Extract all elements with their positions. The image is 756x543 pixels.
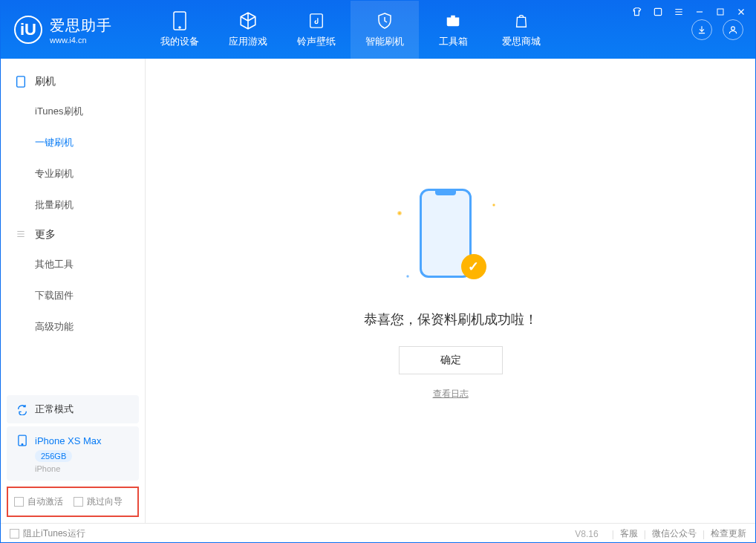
sidebar-section-more: 更多 bbox=[1, 221, 145, 249]
logo-icon: iU bbox=[14, 16, 42, 44]
tab-apps[interactable]: 应用游戏 bbox=[214, 1, 282, 59]
tab-label: 工具箱 bbox=[439, 35, 468, 48]
menu-icon[interactable] bbox=[671, 4, 686, 19]
checkbox-label: 自动激活 bbox=[27, 495, 63, 508]
sidebar-item-other-tools[interactable]: 其他工具 bbox=[1, 249, 145, 280]
checkbox-auto-activate[interactable]: 自动激活 bbox=[14, 495, 63, 508]
list-icon bbox=[16, 229, 27, 241]
toolbox-icon bbox=[443, 11, 463, 30]
sidebar-item-download-firmware[interactable]: 下载固件 bbox=[1, 280, 145, 311]
sidebar-item-oneclick-flash[interactable]: 一键刷机 bbox=[1, 127, 145, 158]
svg-rect-0 bbox=[654, 8, 661, 15]
minimize-icon[interactable] bbox=[692, 4, 707, 19]
phone-icon bbox=[16, 76, 27, 88]
footer: 阻止iTunes运行 V8.16 | 客服 | 微信公众号 | 检查更新 bbox=[1, 523, 755, 543]
svg-point-5 bbox=[731, 27, 735, 30]
nav-tabs: 我的设备 应用游戏 铃声壁纸 智能刷机 工具箱 爱思商城 bbox=[146, 1, 555, 59]
footer-link-support[interactable]: 客服 bbox=[620, 527, 638, 540]
bag-icon bbox=[512, 11, 531, 30]
sidebar-section-label: 更多 bbox=[35, 228, 56, 241]
checkbox-block-itunes[interactable]: 阻止iTunes运行 bbox=[10, 527, 85, 540]
app-title: 爱思助手 bbox=[50, 16, 112, 36]
sidebar-item-advanced[interactable]: 高级功能 bbox=[1, 311, 145, 342]
tab-store[interactable]: 爱思商城 bbox=[487, 1, 555, 59]
download-button[interactable] bbox=[691, 19, 712, 40]
tab-toolbox[interactable]: 工具箱 bbox=[419, 1, 487, 59]
app-logo: iU 爱思助手 www.i4.cn bbox=[1, 16, 146, 45]
feedback-icon[interactable] bbox=[651, 4, 665, 19]
music-icon bbox=[307, 11, 326, 30]
app-subtitle: www.i4.cn bbox=[50, 36, 112, 45]
svg-rect-6 bbox=[17, 77, 25, 87]
window-controls bbox=[630, 4, 749, 19]
device-card[interactable]: iPhone XS Max 256GB iPhone bbox=[7, 426, 139, 481]
tshirt-icon[interactable] bbox=[630, 4, 645, 19]
view-log-link[interactable]: 查看日志 bbox=[433, 388, 469, 400]
cube-icon bbox=[238, 11, 258, 30]
tab-label: 爱思商城 bbox=[502, 35, 541, 48]
sidebar-section-label: 刷机 bbox=[35, 75, 56, 88]
tab-my-device[interactable]: 我的设备 bbox=[146, 1, 214, 59]
device-storage: 256GB bbox=[35, 450, 72, 462]
sidebar-item-pro-flash[interactable]: 专业刷机 bbox=[1, 158, 145, 189]
tab-label: 智能刷机 bbox=[365, 35, 404, 48]
footer-link-wechat[interactable]: 微信公众号 bbox=[652, 527, 697, 540]
main-content: ✓ 恭喜您，保资料刷机成功啦！ 确定 查看日志 bbox=[146, 59, 755, 523]
mode-indicator[interactable]: 正常模式 bbox=[7, 395, 139, 423]
shield-icon bbox=[375, 11, 394, 30]
version-label: V8.16 bbox=[575, 529, 598, 539]
mode-label: 正常模式 bbox=[35, 403, 74, 416]
phone-icon bbox=[16, 434, 29, 447]
device-name: iPhone XS Max bbox=[35, 435, 102, 446]
svg-point-3 bbox=[179, 27, 180, 28]
tab-flash[interactable]: 智能刷机 bbox=[351, 1, 419, 59]
device-type: iPhone bbox=[35, 464, 130, 473]
tab-label: 我的设备 bbox=[160, 35, 199, 48]
checkbox-skip-guide[interactable]: 跳过向导 bbox=[74, 495, 123, 508]
sync-icon bbox=[16, 403, 29, 416]
sidebar-section-flash: 刷机 bbox=[1, 68, 145, 96]
success-illustration: ✓ bbox=[384, 181, 518, 293]
sidebar: 刷机 iTunes刷机 一键刷机 专业刷机 批量刷机 更多 其他工具 下载固件 … bbox=[1, 59, 146, 523]
tab-ringtones[interactable]: 铃声壁纸 bbox=[282, 1, 351, 59]
success-message: 恭喜您，保资料刷机成功啦！ bbox=[364, 310, 538, 328]
checkbox-label: 阻止iTunes运行 bbox=[23, 527, 85, 540]
highlighted-options: 自动激活 跳过向导 bbox=[7, 487, 139, 517]
sidebar-item-itunes-flash[interactable]: iTunes刷机 bbox=[1, 96, 145, 127]
tab-label: 铃声壁纸 bbox=[297, 35, 336, 48]
user-button[interactable] bbox=[723, 19, 743, 40]
device-icon bbox=[170, 11, 189, 30]
footer-link-update[interactable]: 检查更新 bbox=[711, 527, 746, 540]
svg-rect-1 bbox=[717, 9, 723, 15]
tab-label: 应用游戏 bbox=[229, 35, 267, 48]
checkmark-icon: ✓ bbox=[461, 254, 486, 279]
checkbox-label: 跳过向导 bbox=[87, 495, 123, 508]
confirm-button[interactable]: 确定 bbox=[399, 346, 503, 374]
svg-point-8 bbox=[22, 443, 23, 445]
maximize-icon[interactable] bbox=[713, 4, 728, 19]
sidebar-item-batch-flash[interactable]: 批量刷机 bbox=[1, 189, 145, 221]
close-icon[interactable] bbox=[734, 4, 749, 19]
